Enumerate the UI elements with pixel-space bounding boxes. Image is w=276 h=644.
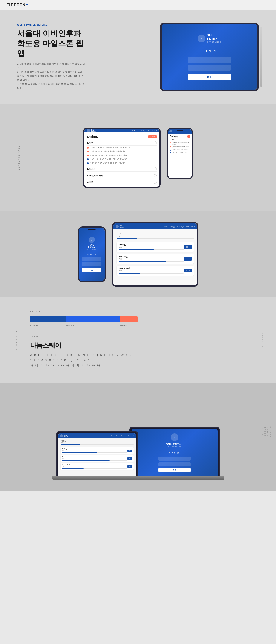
laptop-right-logo-circle: ♪ <box>171 434 178 441</box>
tablet-password-input[interactable] <box>188 64 231 71</box>
dash-total-progress <box>117 238 194 239</box>
laptop-left-content: TOTAL 27% Otology 54% <box>59 438 136 476</box>
laptop-right-password[interactable] <box>158 462 191 466</box>
ipad-check-circle-4[interactable] <box>154 181 157 184</box>
ipad-section-3: 3. 구강, 식도, 연하 <box>87 173 157 178</box>
laptop-head-neck-percent: 33% <box>62 466 127 467</box>
dash-item-head-neck-title: Head & Neck <box>119 267 184 270</box>
laptop-nav-rhinology[interactable]: Rhinology <box>121 435 126 436</box>
laptop-left-nav: ♪ SNUENTian Home Otology Rhinology Head … <box>59 434 136 438</box>
laptop-total-label: TOTAL <box>61 440 134 442</box>
laptop-otology-go[interactable]: GO › <box>127 450 132 452</box>
ipad-dash-screen: ♪ SNUENTian Home Otology Rhinology Head … <box>114 224 197 285</box>
ipad-section-title-3: 3. 구강, 식도, 연하 <box>87 174 103 177</box>
phone-nav-circle <box>169 130 172 132</box>
ipad-back-button[interactable]: ◀ Back <box>148 135 157 138</box>
dash-total-percent: 27% <box>117 235 194 237</box>
color-bar <box>30 316 138 322</box>
laptop-rhinology-go[interactable]: GO › <box>127 458 132 460</box>
nav-item-rhinology[interactable]: Rhinology <box>140 130 146 132</box>
ipad-check-circle-3[interactable] <box>154 174 157 177</box>
ipad-check-circle-2[interactable] <box>154 168 157 170</box>
ipad-item-text-4: 4. 상피의 분비 원인이 되는 이를 나타내는 이를 감별한다. <box>90 158 128 160</box>
dash-total: TOTAL 27% <box>117 232 194 239</box>
dash-nav-home[interactable]: Home <box>164 226 168 227</box>
ipad-dashboard-mockup: ♪ SNUENTian Home Otology Rhinology Head … <box>112 222 198 286</box>
phone-login-mockup: ♪ SNUENTian SMART MILES SIGN IN GO <box>78 226 106 282</box>
dash-item-head-neck-progress <box>119 273 184 274</box>
laptop-head-neck-go[interactable]: GO › <box>127 466 132 468</box>
laptop-nav-title: SNUENTian <box>65 435 68 437</box>
dash-nav: ♪ SNUENTian Home Otology Rhinology Head … <box>114 224 197 230</box>
dash-otology-go-button[interactable]: GO › <box>184 245 192 249</box>
dash-item-rhinology-fill <box>119 261 166 262</box>
phone-nav <box>168 129 192 134</box>
laptop-right-username[interactable] <box>158 456 191 461</box>
ipad-section-title-4: 4. 안두 <box>87 181 93 184</box>
laptop-nav-otology[interactable]: Otology <box>116 435 120 436</box>
phone-back-button[interactable]: ◀ <box>187 136 190 138</box>
dash-nav-rhinology[interactable]: Rhinology <box>177 226 184 227</box>
laptop-otology-percent: 54% <box>62 450 127 451</box>
header: FIFTEENH <box>0 0 276 10</box>
dash-content: TOTAL 27% Otology 54% GO › <box>114 230 197 285</box>
ipad-item-dot-3 <box>87 154 89 156</box>
tablet-mockup: ♪ SNU ENTian SMART MILES SIGN IN GO <box>160 22 259 91</box>
color-label-2: #2461E9 <box>66 324 120 326</box>
tablet-screen: ♪ SNU ENTian SMART MILES SIGN IN GO <box>162 24 257 90</box>
laptop-item-head-neck: Head & Neck 33% GO › <box>61 463 134 470</box>
contents-label: CONTENTS PAGE <box>18 145 20 170</box>
typo-alphabet: A B C D E F G H I J K L M N O P Q R S T … <box>30 353 259 357</box>
ipad-section-header-1: 1. 귀부 <box>87 140 157 146</box>
laptop-right-sign-in: SIGN IN <box>169 452 180 454</box>
nav-item-otology[interactable]: Otology <box>132 130 137 132</box>
tablet-username-input[interactable] <box>188 57 231 63</box>
typo-numbers: 1 2 3 4 5 6 7 8 9 0 . , : ? | & * <box>30 358 259 362</box>
dash-nav-circle: ♪ <box>116 225 119 228</box>
ipad-item-1: 1. 단측이명/귀때로 인한 청력검사 및 상하기 검사를 설명한다. <box>87 146 157 150</box>
tablet-go-button[interactable]: GO <box>188 74 231 80</box>
dash-item-rhinology: Rhinology 73% GO › <box>117 254 194 264</box>
right-annotation: 다수의 등록된의료현황 및항목을 통해관리 가능 <box>261 426 271 437</box>
ipad-item-text-1: 1. 단측이명/귀때로 인한 청력검사 및 상하기 검사를 설명한다. <box>90 146 131 148</box>
laptop-total-fill <box>61 444 80 446</box>
ipad-nav-title: SNUENTian <box>91 129 96 132</box>
laptop-nav-items: Home Otology Rhinology Head & Neck <box>111 435 134 436</box>
nav-item-head-neck[interactable]: Head & Neck <box>148 130 157 132</box>
laptop-left-base <box>52 476 142 480</box>
dash-item-head-neck: Head & Neck 33% GO › <box>117 266 194 276</box>
contents-section: CONTENTS PAGE ♪ SNUENTian Home Otology R… <box>0 104 276 212</box>
laptop-left-display: ♪ SNUENTian Home Otology Rhinology Head … <box>59 434 136 476</box>
ipad-check-circle[interactable] <box>154 142 157 144</box>
sign-in-label: SIGN IN <box>203 49 216 52</box>
typo-font-name: 나눔스퀘어 <box>30 341 259 350</box>
dash-nav-otology[interactable]: Otology <box>170 226 175 227</box>
phone-login-go-button[interactable]: GO <box>82 268 101 272</box>
laptop-otology-title: Otology <box>62 448 127 450</box>
ipad-page-title: Otology <box>87 135 98 138</box>
phone-item-dot-2 <box>170 146 171 147</box>
laptop-total-progress <box>61 444 134 446</box>
phone-login-title: SNUENTian <box>86 244 97 248</box>
dash-go-arrow: › <box>189 246 190 248</box>
phone-login-password[interactable] <box>82 262 101 266</box>
laptop-right-go-button[interactable]: GO <box>158 468 191 472</box>
dash-head-neck-go-button[interactable]: GO › <box>184 269 192 272</box>
phone-login-username[interactable] <box>82 257 101 261</box>
style-content: COLOR #1750AA #2461E9 #FF6F55 TYPO 나눔스퀘어… <box>30 310 259 368</box>
phone-item-text-2: 2. 방향성이감에 대한 특징을 설명한다. <box>172 146 190 148</box>
laptop-nav-home[interactable]: Home <box>111 435 114 436</box>
nav-item-home[interactable]: Home <box>125 130 129 132</box>
tablet-logo-circle: ♪ <box>198 34 205 42</box>
phone-screen: Otology ◀ 1. 귀부 1. 단측이명/귀때로 인한 청력검사를 설명한… <box>168 129 192 178</box>
ipad-content-mockup: ♪ SNUENTian Home Otology Rhinology Head … <box>83 128 161 188</box>
dash-item-otology-fill <box>119 249 154 250</box>
ipad-screen: ♪ SNUENTian Home Otology Rhinology Head … <box>85 129 159 186</box>
laptop-right-display: ♪ SNU ENTian SMART MILES SIGN IN GO <box>132 429 217 476</box>
ipad-section-header-3: 3. 구강, 식도, 연하 <box>87 173 157 178</box>
dash-rhinology-go-button[interactable]: GO › <box>184 257 192 260</box>
dash-nav-head-neck[interactable]: Head & Neck <box>186 226 195 227</box>
phone-section-title: 1. 귀부 <box>170 139 190 141</box>
laptop-nav-head-neck[interactable]: Head & Neck <box>128 435 134 436</box>
ipad-section-4: 4. 안두 <box>87 180 157 185</box>
